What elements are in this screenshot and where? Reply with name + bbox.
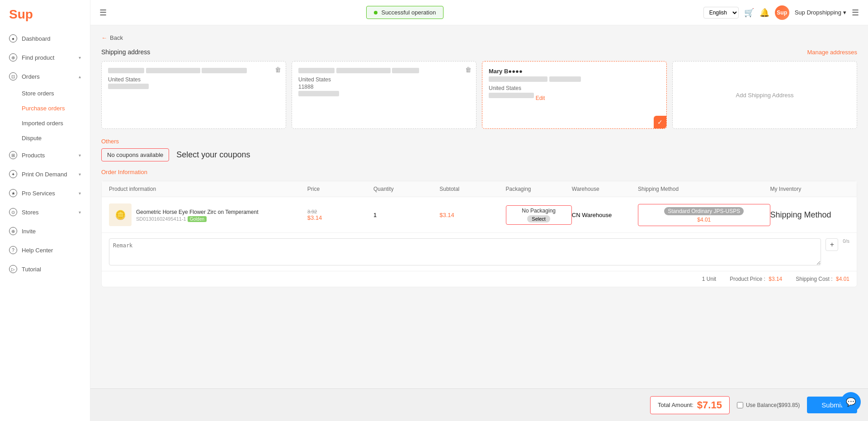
sidebar-item-label: Tutorial (22, 266, 41, 273)
manage-addresses-link[interactable]: Manage addresses (807, 49, 857, 56)
addr-country-2: United States (298, 76, 470, 83)
sidebar-item-stores[interactable]: ⊙ Stores ▾ (0, 203, 90, 222)
sidebar-item-label: Orders (22, 73, 40, 80)
dashboard-icon: ● (9, 34, 17, 43)
addr-line-blurred-4 (392, 68, 419, 73)
delete-address-icon-2[interactable]: 🗑 (465, 66, 472, 73)
sidebar-item-label: Print On Demand (22, 171, 67, 178)
shipping-method-cell: Standard Ordinary JPS-USPS $4.01 (638, 204, 770, 226)
price-old: 3.92 (307, 209, 373, 214)
addr-country-3: United States (489, 85, 660, 91)
addr-name-blurred-2 (298, 68, 335, 73)
shipping-name: Standard Ordinary JPS-USPS (664, 207, 744, 215)
sidebar-item-orders[interactable]: ⊡ Orders ▴ (0, 67, 90, 86)
sidebar-item-invite[interactable]: ⊕ Invite (0, 222, 90, 241)
table-row: 🪙 Geometric Horse Eye Flower Zirc on Tem… (102, 197, 857, 233)
chevron-down-icon: ▾ (79, 172, 81, 177)
invite-icon: ⊕ (9, 227, 17, 235)
product-tag: Golden (188, 216, 207, 222)
dropdown-arrow-icon: ▾ (843, 9, 846, 16)
select-coupons-text: Select your coupons (176, 150, 250, 160)
addr-name-3: Mary B●●●● (489, 68, 660, 75)
shipping-section-header: Shipping address Manage addresses (101, 48, 857, 56)
address-card-2[interactable]: 🗑 United States 11888 (292, 61, 476, 129)
use-balance-label[interactable]: Use Balance($993.85) (737, 402, 800, 408)
sidebar-item-find-product[interactable]: ⊕ Find product ▾ (0, 48, 90, 67)
total-label: Total Amount: (658, 402, 693, 408)
find-product-icon: ⊕ (9, 53, 17, 61)
addr-line-blurred (146, 68, 200, 73)
addr-zip-blurred (108, 84, 149, 89)
chat-button[interactable]: 💬 (841, 392, 861, 412)
main-area: ☰ Successful operation English 🛒 🔔 Sup S… (90, 0, 868, 421)
col-packaging: Packaging (506, 186, 572, 192)
shipping-method-title: Shipping Method (770, 210, 850, 220)
user-dropdown[interactable]: Sup Dropshipping ▾ (795, 9, 846, 16)
col-quantity: Quantity (373, 186, 439, 192)
sidebar-item-store-orders[interactable]: Store orders (0, 86, 90, 101)
bell-icon[interactable]: 🔔 (760, 8, 769, 18)
remark-add-button[interactable]: + (826, 238, 838, 251)
back-arrow-icon: ← (101, 34, 107, 41)
sidebar-item-pro-services[interactable]: ★ Pro Services ▾ (0, 184, 90, 203)
selected-check-icon: ✓ (654, 116, 666, 128)
shipping-method-box[interactable]: Standard Ordinary JPS-USPS $4.01 (638, 204, 770, 226)
sidebar-item-label: Invite (22, 228, 36, 235)
col-price: Price (307, 186, 373, 192)
avatar: Sup (775, 5, 789, 20)
more-icon[interactable]: ☰ (852, 8, 859, 18)
sidebar-item-dashboard[interactable]: ● Dashboard (0, 29, 90, 48)
back-button[interactable]: ← Back (101, 34, 857, 41)
product-details: Geometric Horse Eye Flower Zirc on Tempe… (136, 208, 259, 222)
col-product-info: Product information (109, 186, 307, 192)
sidebar-item-label: Pro Services (22, 190, 55, 197)
sidebar-item-dispute[interactable]: Dispute (0, 131, 90, 146)
quantity-cell: 1 (373, 212, 439, 218)
address-cards-container: 🗑 United States 🗑 United States 11888 Ma… (101, 61, 857, 129)
tutorial-icon: ▷ (9, 265, 17, 273)
top-header: ☰ Successful operation English 🛒 🔔 Sup S… (90, 0, 868, 25)
units-label: 1 Unit (702, 276, 716, 282)
language-select[interactable]: English (703, 7, 739, 19)
packaging-cell[interactable]: No Packaging Select (506, 205, 572, 225)
addr-zip-2: 11888 (298, 84, 470, 90)
total-amount-box: Total Amount: $7.15 (650, 396, 730, 414)
no-coupons-box: No coupons available (101, 148, 169, 161)
remark-input[interactable] (109, 238, 821, 265)
product-info-cell: 🪙 Geometric Horse Eye Flower Zirc on Tem… (109, 203, 307, 226)
chevron-down-icon: ▾ (79, 153, 81, 158)
address-card-3[interactable]: Mary B●●●● United States Edit ✓ (482, 61, 667, 129)
chevron-down-icon: ▾ (79, 210, 81, 215)
product-name: Geometric Horse Eye Flower Zirc on Tempe… (136, 208, 259, 216)
use-balance-checkbox[interactable] (737, 402, 743, 408)
warehouse-cell: CN Warehouse (572, 212, 638, 218)
coupon-row: No coupons available Select your coupons (101, 148, 857, 161)
col-shipping-method: Shipping Method (638, 186, 770, 192)
sidebar-item-products[interactable]: ⊞ Products ▾ (0, 146, 90, 165)
col-my-inventory: My Inventory (770, 186, 850, 192)
price-cell: 3.92 $3.14 (307, 209, 373, 221)
sidebar-item-help-center[interactable]: ? Help Center (0, 241, 90, 260)
sidebar-item-purchase-orders[interactable]: Purchase orders (0, 101, 90, 116)
shipping-address-title: Shipping address (101, 48, 150, 56)
packaging-select-button[interactable]: Select (527, 215, 550, 222)
cart-icon[interactable]: 🛒 (744, 8, 754, 18)
sidebar: Sup ● Dashboard ⊕ Find product ▾ ⊡ Order… (0, 0, 90, 421)
addr-country: United States (108, 76, 279, 83)
add-address-card[interactable]: Add Shipping Address (672, 61, 857, 129)
sidebar-item-tutorial[interactable]: ▷ Tutorial (0, 260, 90, 279)
header-center: Successful operation (114, 6, 696, 19)
hamburger-icon[interactable]: ☰ (99, 8, 107, 18)
sidebar-item-print-on-demand[interactable]: ✦ Print On Demand ▾ (0, 165, 90, 184)
addr-line-blurred-5 (489, 76, 547, 82)
sidebar-item-label: Stores (22, 209, 39, 216)
sidebar-item-imported-orders[interactable]: Imported orders (0, 116, 90, 131)
delete-address-icon[interactable]: 🗑 (275, 66, 281, 73)
address-card-1[interactable]: 🗑 United States (101, 61, 286, 129)
edit-address-link[interactable]: Edit (536, 95, 545, 101)
table-header: Product information Price Quantity Subto… (102, 181, 857, 197)
print-icon: ✦ (9, 170, 17, 178)
header-right: English 🛒 🔔 Sup Sup Dropshipping ▾ ☰ (703, 5, 859, 20)
others-label: Others (101, 138, 857, 145)
addr-zip-blurred-3 (489, 93, 534, 98)
